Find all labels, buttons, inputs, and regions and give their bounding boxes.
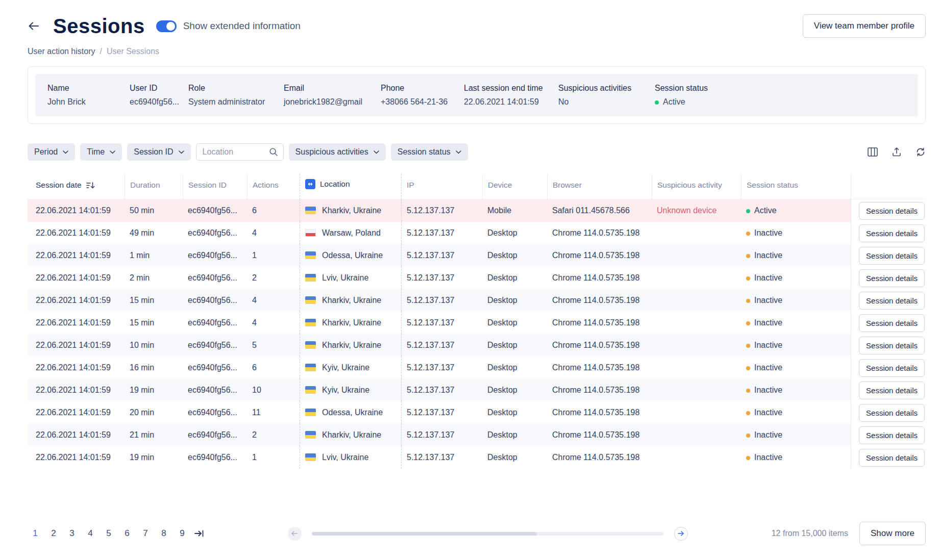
pagination-page-button[interactable]: 9 bbox=[175, 526, 190, 541]
filter-dropdown[interactable]: Session ID bbox=[127, 143, 190, 161]
chevron-down-icon bbox=[110, 150, 115, 154]
session-details-button[interactable]: Session details bbox=[859, 202, 925, 220]
status-text: Active bbox=[754, 206, 777, 215]
cell-session-id: ec6940fg56... bbox=[183, 334, 247, 357]
session-details-button[interactable]: Session details bbox=[859, 269, 925, 287]
table-row: 22.06.2021 14:01:59 20 min ec6940fg56...… bbox=[28, 401, 926, 424]
cell-device: Desktop bbox=[482, 334, 547, 357]
pagination-page-button[interactable]: 1 bbox=[28, 526, 43, 541]
view-team-member-profile-button[interactable]: View team member profile bbox=[803, 14, 926, 38]
cell-location: Warsaw, Poland bbox=[300, 222, 402, 244]
column-header-location[interactable]: Location bbox=[300, 174, 402, 199]
location-text: Warsaw, Poland bbox=[322, 228, 381, 237]
cell-session-id: ec6940fg56... bbox=[183, 424, 247, 446]
scrollbar-track[interactable] bbox=[312, 532, 664, 536]
user-info-field: Role System administrator bbox=[188, 84, 284, 107]
cell-actions: 2 bbox=[247, 424, 300, 446]
cell-location: Kharkiv, Ukraine bbox=[300, 199, 402, 222]
column-drag-icon[interactable] bbox=[305, 179, 315, 189]
refresh-button[interactable] bbox=[916, 147, 926, 157]
status-dot-icon bbox=[655, 100, 659, 105]
export-button[interactable] bbox=[892, 147, 902, 157]
sessions-page: Sessions Show extended information View … bbox=[0, 0, 940, 560]
cell-session-status: Inactive bbox=[741, 289, 851, 312]
scroll-left-button[interactable] bbox=[288, 527, 302, 541]
field-value-row: Active bbox=[655, 97, 900, 107]
cell-session-status: Inactive bbox=[741, 357, 851, 379]
table-row: 22.06.2021 14:01:59 19 min ec6940fg56...… bbox=[28, 379, 926, 401]
scrollbar-thumb[interactable] bbox=[312, 532, 537, 536]
cell-location: Lviv, Ukraine bbox=[300, 446, 402, 469]
status-text: Inactive bbox=[754, 296, 782, 304]
status-dot-icon bbox=[746, 254, 750, 258]
country-flag-icon bbox=[305, 364, 316, 371]
pagination-page-button[interactable]: 5 bbox=[101, 526, 116, 541]
session-details-button[interactable]: Session details bbox=[859, 247, 925, 265]
location-search-input[interactable] bbox=[203, 147, 269, 157]
sort-descending-icon[interactable] bbox=[86, 182, 95, 189]
column-header-device: Device bbox=[482, 174, 547, 199]
cell-suspicious-activity bbox=[652, 222, 741, 244]
cell-suspicious-activity bbox=[652, 401, 741, 424]
cell-session-id: ec6940fg56... bbox=[183, 289, 247, 312]
status-text: Inactive bbox=[754, 341, 782, 349]
cell-location: Kharkiv, Ukraine bbox=[300, 424, 402, 446]
cell-device: Desktop bbox=[482, 401, 547, 424]
country-flag-icon bbox=[305, 296, 316, 304]
chevron-down-icon bbox=[374, 150, 379, 154]
country-flag-icon bbox=[305, 386, 316, 394]
filter-dropdown[interactable]: Session status bbox=[391, 143, 468, 161]
breadcrumb-separator: / bbox=[100, 47, 102, 56]
column-header-actions: Actions bbox=[247, 174, 300, 199]
session-details-button[interactable]: Session details bbox=[859, 359, 925, 377]
cell-suspicious-activity: Unknown device bbox=[652, 199, 741, 222]
session-details-button[interactable]: Session details bbox=[859, 292, 925, 310]
filter-dropdown[interactable]: Time bbox=[80, 143, 122, 161]
field-label: Session status bbox=[655, 84, 900, 93]
cell-session-date: 22.06.2021 14:01:59 bbox=[28, 424, 125, 446]
cell-location: Kyiv, Ukraine bbox=[300, 379, 402, 401]
table-row: 22.06.2021 14:01:59 15 min ec6940fg56...… bbox=[28, 312, 926, 334]
session-details-button[interactable]: Session details bbox=[859, 404, 925, 422]
session-details-button[interactable]: Session details bbox=[859, 449, 925, 467]
pagination-page-button[interactable]: 7 bbox=[138, 526, 153, 541]
cell-ip: 5.12.137.137 bbox=[402, 446, 482, 469]
show-more-button[interactable]: Show more bbox=[859, 522, 926, 545]
pagination-page-button[interactable]: 4 bbox=[83, 526, 98, 541]
session-details-button[interactable]: Session details bbox=[859, 426, 925, 444]
back-button[interactable] bbox=[28, 21, 40, 31]
country-flag-icon bbox=[305, 229, 316, 237]
cell-device: Desktop bbox=[482, 267, 547, 289]
cell-suspicious-activity bbox=[652, 446, 741, 469]
filter-dropdown[interactable]: Suspicious activities bbox=[289, 143, 386, 161]
cell-session-date: 22.06.2021 14:01:59 bbox=[28, 289, 125, 312]
pagination-page-button[interactable]: 2 bbox=[46, 526, 61, 541]
column-header-session-date[interactable]: Session date bbox=[28, 174, 125, 199]
session-details-button[interactable]: Session details bbox=[859, 314, 925, 332]
filter-dropdown-label: Time bbox=[87, 147, 105, 157]
breadcrumb-user-action-history[interactable]: User action history bbox=[28, 47, 95, 56]
session-details-button[interactable]: Session details bbox=[859, 381, 925, 399]
table-row: 22.06.2021 14:01:59 50 min ec6940fg56...… bbox=[28, 199, 926, 222]
field-value-row: No bbox=[558, 97, 649, 107]
breadcrumb: User action history / User Sessions bbox=[28, 47, 926, 56]
location-filter bbox=[196, 143, 284, 161]
column-header-details bbox=[851, 174, 926, 199]
cell-ip: 5.12.137.137 bbox=[402, 357, 482, 379]
filter-dropdown[interactable]: Period bbox=[28, 143, 75, 161]
session-details-button[interactable]: Session details bbox=[859, 224, 925, 242]
scroll-right-button[interactable] bbox=[674, 527, 688, 541]
pagination-page-button[interactable]: 3 bbox=[64, 526, 80, 541]
cell-session-date: 22.06.2021 14:01:59 bbox=[28, 357, 125, 379]
extended-info-toggle[interactable] bbox=[156, 20, 177, 32]
pagination-page-button[interactable]: 6 bbox=[119, 526, 135, 541]
last-page-button[interactable] bbox=[194, 529, 204, 538]
session-details-button[interactable]: Session details bbox=[859, 337, 925, 354]
cell-session-status: Inactive bbox=[741, 222, 851, 244]
cell-suspicious-activity bbox=[652, 334, 741, 357]
columns-icon bbox=[868, 147, 878, 157]
pagination-page-button[interactable]: 8 bbox=[156, 526, 171, 541]
field-value-row: 22.06.2021 14:01:59 bbox=[464, 97, 552, 107]
columns-settings-button[interactable] bbox=[868, 147, 878, 157]
table-row: 22.06.2021 14:01:59 21 min ec6940fg56...… bbox=[28, 424, 926, 446]
